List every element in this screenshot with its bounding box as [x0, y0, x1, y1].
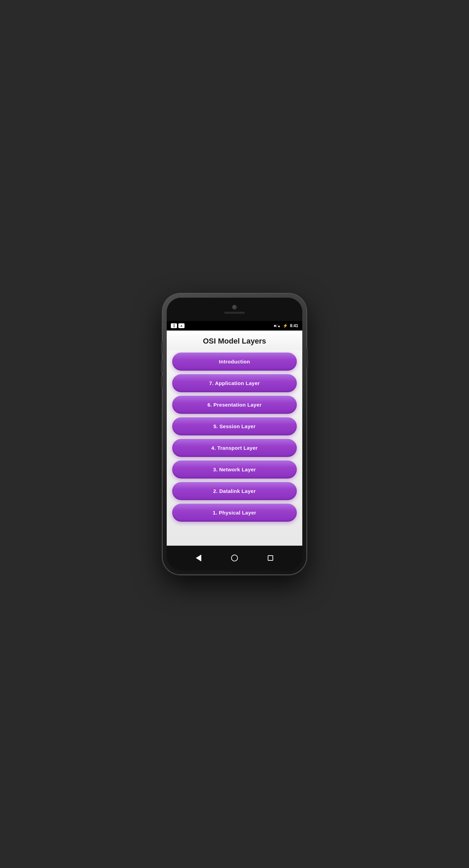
- home-button[interactable]: [230, 553, 239, 563]
- back-icon: [196, 555, 201, 561]
- status-right: ✖/▲ ⚡ 8:41: [274, 323, 298, 328]
- buttons-list: Introduction7. Application Layer6. Prese…: [167, 350, 302, 546]
- speaker: [224, 312, 245, 314]
- menu-button-presentation-layer[interactable]: 6. Presentation Layer: [172, 396, 297, 414]
- back-button[interactable]: [194, 553, 203, 563]
- menu-button-datalink-layer[interactable]: 2. Datalink Layer: [172, 482, 297, 500]
- menu-button-session-layer[interactable]: 5. Session Layer: [172, 417, 297, 435]
- menu-button-application-layer[interactable]: 7. Application Layer: [172, 374, 297, 392]
- status-bar: ▮▮ A ✖/▲ ⚡ 8:41: [167, 321, 302, 331]
- app-title: OSI Model Layers: [167, 331, 302, 350]
- camera: [232, 305, 237, 310]
- top-bezel: [167, 298, 302, 321]
- menu-button-network-layer[interactable]: 3. Network Layer: [172, 460, 297, 479]
- battery-icon: ⚡: [283, 323, 288, 328]
- bottom-bezel: [167, 546, 302, 570]
- menu-button-physical-layer[interactable]: 1. Physical Layer: [172, 504, 297, 522]
- screen: OSI Model Layers Introduction7. Applicat…: [167, 331, 302, 546]
- menu-button-introduction[interactable]: Introduction: [172, 352, 297, 371]
- phone-frame: ▮▮ A ✖/▲ ⚡ 8:41 OSI Model Layers Introdu…: [163, 294, 306, 574]
- phone-inner: ▮▮ A ✖/▲ ⚡ 8:41 OSI Model Layers Introdu…: [167, 298, 302, 570]
- signal-icon: ✖/▲: [274, 324, 281, 328]
- sim2-icon: A: [178, 323, 185, 328]
- menu-button-transport-layer[interactable]: 4. Transport Layer: [172, 439, 297, 457]
- recent-button[interactable]: [266, 553, 275, 563]
- home-icon: [231, 555, 238, 561]
- sim1-icon: ▮▮: [171, 323, 177, 328]
- time-display: 8:41: [290, 323, 298, 328]
- status-left: ▮▮ A: [171, 323, 185, 328]
- recent-icon: [268, 555, 273, 561]
